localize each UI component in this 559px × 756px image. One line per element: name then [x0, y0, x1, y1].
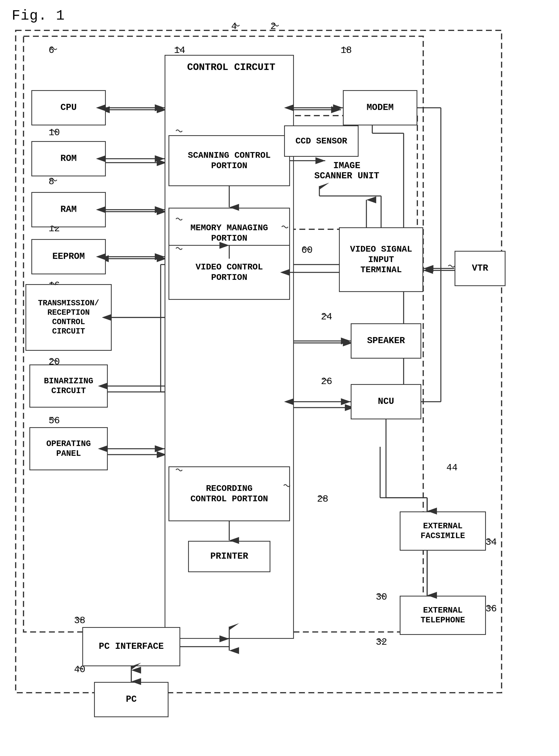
ref-34: 34 — [486, 537, 497, 548]
scanning-control-block: SCANNING CONTROL PORTION — [169, 135, 290, 186]
figure-label: Fig. 1 — [12, 8, 65, 24]
ref-60: 60 — [301, 245, 313, 255]
ref-4: 4 — [231, 21, 237, 32]
ref-56: 56 — [49, 416, 60, 426]
ref-10: 10 — [49, 127, 60, 138]
vtr-block: VTR — [454, 251, 506, 286]
ref-26: 26 — [321, 376, 332, 387]
ref-44: 44 — [446, 463, 458, 473]
ncu-block: NCU — [351, 384, 421, 419]
ref-28: 28 — [317, 494, 328, 504]
pc-block: PC — [94, 682, 169, 717]
binarizing-block: BINARIZING CIRCUIT — [29, 364, 108, 407]
ext-facsimile-block: EXTERNAL FACSIMILE — [400, 511, 486, 551]
printer-block: PRINTER — [188, 541, 270, 572]
pc-interface-block: PC INTERFACE — [82, 627, 180, 666]
ref-14: 14 — [174, 45, 185, 55]
transmission-block: TRANSMISSION/ RECEPTION CONTROL CIRCUIT — [25, 284, 112, 351]
modem-block: MODEM — [343, 90, 417, 126]
rom-block: ROM — [31, 141, 106, 176]
eeprom-block: EEPROM — [31, 239, 106, 274]
speaker-block: SPEAKER — [351, 323, 421, 359]
ref-24: 24 — [321, 312, 332, 322]
image-scanner-label: IMAGE SCANNER UNIT — [280, 161, 413, 181]
ref-36: 36 — [486, 603, 497, 614]
cpu-block: CPU — [31, 90, 106, 126]
ram-block: RAM — [31, 192, 106, 227]
ref-38: 38 — [74, 615, 85, 626]
ref-2: 2 — [270, 21, 276, 32]
ccd-sensor-block: CCD SENSOR — [284, 126, 359, 157]
ref-32: 32 — [376, 637, 387, 647]
ref-6: 6 — [49, 45, 54, 55]
ref-8: 8 — [49, 176, 54, 187]
video-signal-block: VIDEO SIGNAL INPUT TERMINAL — [339, 227, 423, 292]
ref-30: 30 — [376, 592, 387, 602]
ref-18: 18 — [340, 45, 352, 55]
recording-control-block: RECORDING CONTROL PORTION — [169, 466, 290, 521]
video-control-block: VIDEO CONTROL PORTION — [169, 245, 290, 300]
ext-telephone-block: EXTERNAL TELEPHONE — [400, 596, 486, 635]
operating-panel-block: OPERATING PANEL — [29, 427, 108, 470]
